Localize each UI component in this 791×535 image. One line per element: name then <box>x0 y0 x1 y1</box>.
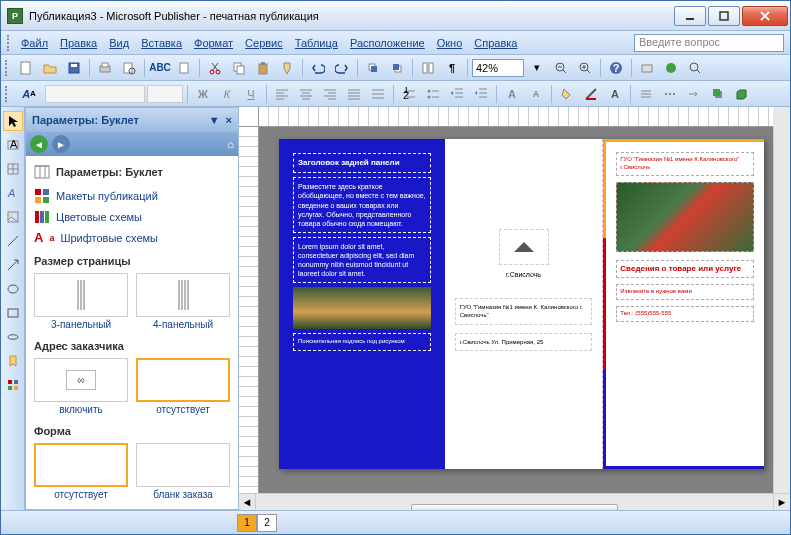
font-combo[interactable] <box>45 85 145 103</box>
menu-edit[interactable]: Правка <box>54 34 103 52</box>
format-grip[interactable] <box>5 86 9 102</box>
menu-insert[interactable]: Вставка <box>135 34 188 52</box>
spellcheck-button[interactable]: ABC <box>149 57 171 79</box>
undo-button[interactable] <box>307 57 329 79</box>
ruler-horizontal[interactable] <box>259 107 773 127</box>
styles-button[interactable]: AA <box>15 83 43 105</box>
taskpane-close-icon[interactable]: × <box>226 114 232 126</box>
arrow-tool[interactable] <box>3 255 23 275</box>
back-heading[interactable]: Заголовок задней панели <box>293 153 431 173</box>
org-address-2[interactable]: г.Свислочь Ул. Примерная, 25 <box>455 333 593 351</box>
toolbar-grip[interactable] <box>5 60 9 76</box>
autoshapes-tool[interactable] <box>3 327 23 347</box>
menu-table[interactable]: Таблица <box>289 34 344 52</box>
option-form-none[interactable]: отсутствует <box>34 443 128 500</box>
brochure-panel-2[interactable]: г.Свислочь ГУО "Гимназия №1 имени К. Кал… <box>445 139 604 469</box>
nav-forward-button[interactable]: ► <box>52 135 70 153</box>
rectangle-tool[interactable] <box>3 303 23 323</box>
dash-style-button[interactable] <box>659 83 681 105</box>
page-tab-2[interactable]: 2 <box>257 514 277 532</box>
nav-home-icon[interactable]: ⌂ <box>227 138 234 150</box>
ruler-vertical[interactable] <box>239 127 259 493</box>
brochure-panel-1[interactable]: Заголовок задней панели Разместите здесь… <box>279 139 445 469</box>
option-form-order[interactable]: бланк заказа <box>136 443 230 500</box>
wordart-tool[interactable]: A <box>3 183 23 203</box>
nav-back-button[interactable]: ◄ <box>30 135 48 153</box>
bold-button[interactable]: Ж <box>192 83 214 105</box>
org-address-1[interactable]: ГУО "Гимназия №1 имени К. Калиновского г… <box>455 298 593 325</box>
page-canvas[interactable]: Заголовок задней панели Разместите здесь… <box>279 139 764 469</box>
option-addr-off[interactable]: отсутствует <box>136 358 230 415</box>
table-tool[interactable] <box>3 159 23 179</box>
zoom-out-button[interactable] <box>550 57 572 79</box>
option-addr-on[interactable]: ◊◊ включить <box>34 358 128 415</box>
link-layouts[interactable]: Макеты публикаций <box>34 188 230 204</box>
front-image[interactable] <box>616 182 754 252</box>
open-button[interactable] <box>39 57 61 79</box>
font-color-button[interactable]: A <box>604 83 626 105</box>
save-button[interactable] <box>63 57 85 79</box>
menu-grip[interactable] <box>7 35 11 51</box>
italic-button[interactable]: К <box>216 83 238 105</box>
align-right-button[interactable] <box>319 83 341 105</box>
arrow-style-button[interactable] <box>683 83 705 105</box>
format-painter-button[interactable] <box>276 57 298 79</box>
outdent-button[interactable] <box>446 83 468 105</box>
menu-help[interactable]: Справка <box>468 34 523 52</box>
research-button[interactable] <box>173 57 195 79</box>
menu-file[interactable]: Файл <box>15 34 54 52</box>
bookmark-tool[interactable] <box>3 351 23 371</box>
scrollbar-horizontal[interactable]: ◄ ► <box>239 493 790 510</box>
align-left-button[interactable] <box>271 83 293 105</box>
front-org[interactable]: ГУО "Гимназия №1 имени К.Калиновского" г… <box>616 152 754 176</box>
help-search-input[interactable]: Введите вопрос <box>634 34 784 52</box>
design-gallery-tool[interactable] <box>3 375 23 395</box>
front-tel[interactable]: Тел.: (555)555-555 <box>616 306 754 322</box>
help-button[interactable]: ? <box>605 57 627 79</box>
link-font-schemes[interactable]: Aa Шрифтовые схемы <box>34 230 230 245</box>
line-style-button[interactable] <box>635 83 657 105</box>
align-justify-button[interactable] <box>343 83 365 105</box>
align-center-button[interactable] <box>295 83 317 105</box>
preview-web-button[interactable] <box>684 57 706 79</box>
zoom-dropdown[interactable]: ▾ <box>526 57 548 79</box>
front-info[interactable]: Сведения о товаре или услуге <box>616 260 754 278</box>
menu-arrange[interactable]: Расположение <box>344 34 431 52</box>
backward-button[interactable] <box>386 57 408 79</box>
hyperlink-button[interactable] <box>660 57 682 79</box>
special-chars-button[interactable]: ¶ <box>441 57 463 79</box>
picture-frame-tool[interactable] <box>3 207 23 227</box>
menu-view[interactable]: Вид <box>103 34 135 52</box>
numbering-button[interactable]: 12 <box>398 83 420 105</box>
bullets-button[interactable] <box>422 83 444 105</box>
3d-button[interactable] <box>731 83 753 105</box>
select-tool[interactable] <box>3 111 23 131</box>
new-button[interactable] <box>15 57 37 79</box>
zoom-combo[interactable]: 42% <box>472 59 524 77</box>
paste-button[interactable] <box>252 57 274 79</box>
brochure-panel-3[interactable]: ГУО "Гимназия №1 имени К.Калиновского" г… <box>603 139 764 469</box>
distribute-button[interactable] <box>367 83 389 105</box>
textbox-tool[interactable]: A <box>3 135 23 155</box>
option-3panel[interactable]: 3-панельный <box>34 273 128 330</box>
back-image[interactable] <box>293 287 431 329</box>
underline-button[interactable]: Ч <box>240 83 262 105</box>
taskpane-dropdown-icon[interactable]: ▼ <box>209 114 220 126</box>
print-button[interactable] <box>94 57 116 79</box>
close-button[interactable] <box>742 6 788 26</box>
back-caption[interactable]: Пояснительная подпись под рисунком <box>293 333 431 351</box>
scrollbar-vertical[interactable] <box>773 127 790 493</box>
webtools-button[interactable] <box>636 57 658 79</box>
indent-button[interactable] <box>470 83 492 105</box>
workspace[interactable]: Заголовок задней панели Разместите здесь… <box>259 127 773 493</box>
option-4panel[interactable]: 4-панельный <box>136 273 230 330</box>
page-tab-1[interactable]: 1 <box>237 514 257 532</box>
org-name[interactable]: г.Свислочь <box>455 271 593 278</box>
fill-color-button[interactable] <box>556 83 578 105</box>
org-logo[interactable] <box>499 229 549 265</box>
redo-button[interactable] <box>331 57 353 79</box>
cut-button[interactable] <box>204 57 226 79</box>
shadow-button[interactable] <box>707 83 729 105</box>
link-color-schemes[interactable]: Цветовые схемы <box>34 209 230 225</box>
fontsize-combo[interactable] <box>147 85 183 103</box>
